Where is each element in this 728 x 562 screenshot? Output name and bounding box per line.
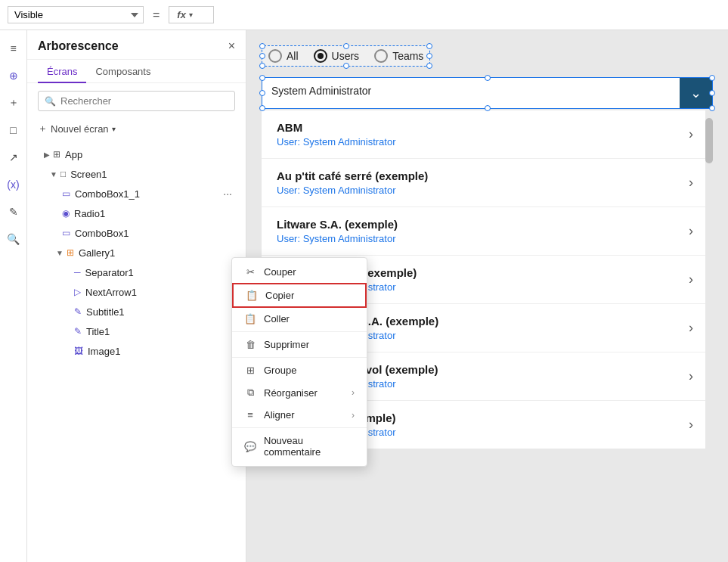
combobox1-1-icon: ▭ [62,188,70,199]
aligner-arrow-icon: › [352,410,355,421]
search-input[interactable] [60,95,228,107]
list-item-abm-sub: User: System Administrator [277,136,689,147]
ctx-supprimer-label: Supprimer [264,339,309,350]
tab-ecrans[interactable]: Écrans [38,60,86,83]
arrow-icon-1: › [689,175,693,191]
tree-item-subtitle1[interactable]: ✎ Subtitle1 [27,302,246,321]
image1-label: Image1 [88,346,235,357]
list-item-2[interactable]: Litware S.A. (exemple) User: System Admi… [262,207,705,256]
group-icon: ⊞ [244,365,256,376]
screen1-label: Screen1 [70,169,235,180]
combobox-dropdown-button[interactable]: ⌄ [680,78,712,108]
title1-icon: ✎ [74,326,82,337]
ctx-groupe[interactable]: ⊞ Groupe [232,359,367,381]
radio-label-all: All [287,50,299,62]
comb-handle-tr [709,75,715,81]
list-item-abm-content: ABM User: System Administrator [277,121,689,147]
subtitle1-label: Subtitle1 [86,306,235,318]
handle-br [426,63,432,69]
radio-selection-container: All Users Teams [262,45,430,67]
arrow-icon-6: › [689,417,693,433]
tree-item-radio1[interactable]: ◉ Radio1 [27,203,246,223]
sidebar-plus-icon[interactable]: ＋ [2,91,26,115]
combobox1-1-label: ComboBox1_1 [75,188,217,200]
more-options-icon[interactable]: ··· [220,188,235,200]
tree-title: Arborescence [38,39,119,53]
new-screen-label: Nouvel écran [51,123,109,135]
tree-item-nextarrow1[interactable]: ▷ NextArrow1 [27,282,246,302]
tree-item-combobox1[interactable]: ▭ ComboBox1 [27,223,246,243]
tree-content: ▶ ⊞ App ▼ □ Screen1 ▭ ComboBox1_1 ··· [27,143,246,562]
radio-label-teams: Teams [392,50,423,62]
plus-icon: ＋ [38,122,48,135]
combobox-value-area[interactable]: System Administrator [262,78,680,108]
ctx-reorganiser[interactable]: ⧉ Réorganiser › [232,381,367,404]
new-screen-button[interactable]: ＋ Nouvel écran ▾ [27,119,246,143]
ctx-copier-label: Copier [265,290,294,301]
radio-circle-teams [374,49,388,63]
visible-select[interactable]: Visible [8,6,144,23]
fx-bar[interactable]: fx ▾ [169,6,214,23]
comb-handle-mr [709,90,715,96]
combobox1-icon: ▭ [62,228,70,238]
sidebar-var-icon[interactable]: (x) [2,172,26,197]
ctx-supprimer[interactable]: 🗑 Supprimer [232,334,367,356]
tree-item-combobox1-1[interactable]: ▭ ComboBox1_1 ··· [27,184,246,203]
radio-option-teams[interactable]: Teams [374,49,423,63]
list-item-abm[interactable]: ABM User: System Administrator › [262,110,705,159]
reorganiser-arrow-icon: › [352,387,355,398]
tree-close-button[interactable]: × [228,39,235,53]
tab-composants[interactable]: Composants [86,60,160,83]
tree-item-separator1[interactable]: ─ Separator1 [27,262,246,282]
comb-handle-bc [485,105,491,111]
sidebar-add-icon[interactable]: ⊕ [2,64,26,88]
combobox1-label: ComboBox1 [75,228,235,239]
radio-option-all[interactable]: All [268,49,299,63]
paste-icon: 📋 [244,313,256,324]
comb-handle-br [709,105,715,111]
scrollbar-thumb[interactable] [705,118,713,163]
list-item-1-title: Au p'tit café serré (exemple) [277,169,689,182]
tree-item-title1[interactable]: ✎ Title1 [27,321,246,341]
search-icon: 🔍 [45,96,56,107]
tree-item-gallery1[interactable]: ▼ ⊞ Gallery1 [27,243,246,262]
radio-option-users[interactable]: Users [314,49,360,63]
sidebar-search-icon[interactable]: 🔍 [2,227,26,251]
tree-item-app[interactable]: ▶ ⊞ App [27,144,246,164]
list-item-1[interactable]: Au p'tit café serré (exemple) User: Syst… [262,159,705,207]
fx-dropdown-icon[interactable]: ▾ [189,11,193,19]
delete-icon: 🗑 [244,339,256,350]
handle-bc [343,63,349,69]
tree-item-screen1[interactable]: ▼ □ Screen1 [27,164,246,184]
ctx-coller[interactable]: 📋 Coller [232,308,367,330]
ctx-coller-label: Coller [264,313,290,324]
tree-item-image1[interactable]: 🖼 Image1 [27,341,246,361]
sidebar-menu-icon[interactable]: ≡ [2,36,26,61]
gallery-chevron-icon: ▼ [56,249,64,257]
separator1-label: Separator1 [85,267,235,278]
sidebar-icons: ≡ ⊕ ＋ □ ↗ (x) ✎ 🔍 [0,30,27,562]
handle-mr [426,53,432,59]
ctx-reorganiser-label: Réorganiser [264,387,318,399]
ctx-couper[interactable]: ✂ Couper [232,261,367,283]
separator1-icon: ─ [74,267,81,278]
main-layout: ≡ ⊕ ＋ □ ↗ (x) ✎ 🔍 Arborescence × Écrans … [0,30,728,562]
ctx-divider-2 [232,357,367,358]
ctx-copier[interactable]: 📋 Copier [232,283,367,308]
sidebar-edit-icon[interactable]: ✎ [2,200,26,224]
ctx-nouveau-commentaire[interactable]: 💬 Nouveau commentaire [232,430,367,463]
sidebar-arrow-icon[interactable]: ↗ [2,145,26,169]
tree-search-box: 🔍 [38,91,235,111]
handle-tr [426,43,432,49]
top-bar: Visible = fx ▾ [0,0,728,30]
sidebar-screen-icon[interactable]: □ [2,118,26,142]
handle-tc [343,43,349,49]
image1-icon: 🖼 [74,346,83,356]
scrollbar[interactable] [705,110,713,449]
ctx-divider-3 [232,427,367,428]
ctx-aligner[interactable]: ≡ Aligner › [232,404,367,426]
comb-handle-tl [259,75,265,81]
context-menu: ✂ Couper 📋 Copier 📋 Coller 🗑 Supprimer [231,257,367,467]
tree-header: Arborescence × [27,30,246,60]
list-item-2-sub: User: System Administrator [277,233,689,244]
